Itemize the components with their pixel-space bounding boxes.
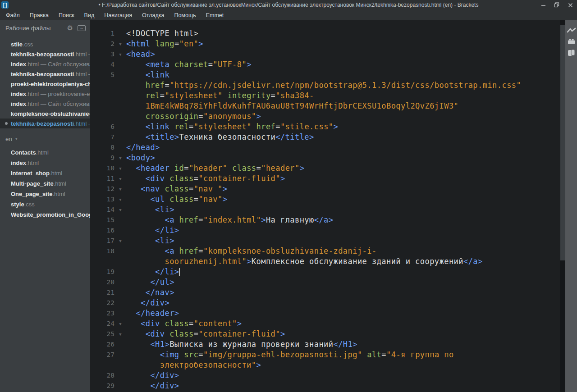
code-line[interactable]: 20 </ul> <box>90 277 560 287</box>
gear-icon[interactable]: ⚙ <box>67 24 73 32</box>
fold-arrow-icon[interactable]: ▼ <box>114 153 126 163</box>
menu-item[interactable]: Emmet <box>201 10 229 20</box>
line-number: 2 <box>90 39 114 49</box>
code-line[interactable]: 23 </header> <box>90 308 560 319</box>
code-line[interactable]: 28 </div> <box>90 370 560 381</box>
code-line[interactable]: crossorigin="anonymous"> <box>90 111 560 122</box>
line-number: 20 <box>90 277 114 287</box>
menu-item[interactable]: Вид <box>79 10 100 20</box>
code-line[interactable]: 13▼ <ul class="nav"> <box>90 194 560 205</box>
fold-arrow-icon[interactable]: ▼ <box>114 173 126 184</box>
code-line[interactable]: 1<!DOCTYPE html> <box>90 28 560 39</box>
code-line[interactable]: 12▼ <nav class="nav "> <box>90 184 560 194</box>
code-line[interactable]: 29 </div> <box>90 381 560 391</box>
scrollbar-thumb[interactable] <box>560 25 565 260</box>
line-number: 8 <box>90 142 114 153</box>
working-file-item[interactable]: proekt-ehlektrootopleniya-cha <box>0 79 90 89</box>
working-file-item[interactable]: tekhnika-bezopasnosti.html – <box>0 119 90 128</box>
project-file-item[interactable]: One_page_site.html <box>0 189 90 199</box>
fold-arrow-icon[interactable]: ▼ <box>114 329 126 339</box>
code-line[interactable]: 4 <meta charset="UTF-8"> <box>90 59 560 70</box>
fold-arrow-icon[interactable]: ▼ <box>114 49 126 59</box>
line-number: 12 <box>90 184 114 194</box>
title-bar: [] • F:/Разработка сайтов/Сайт обслужива… <box>0 0 577 10</box>
working-file-item[interactable]: index.html — Сайт обслуживан <box>0 99 90 109</box>
fold-arrow-icon[interactable]: ▼ <box>114 236 126 246</box>
editor-scrollbar[interactable] <box>560 20 565 392</box>
main-area: Рабочие файлы ⚙ ↔ stile.csstekhnika-bezo… <box>0 20 577 392</box>
line-number: 3 <box>90 49 114 59</box>
pages-icon[interactable] <box>568 49 575 56</box>
project-file-item[interactable]: Internet_shop.html <box>0 168 90 178</box>
code-line[interactable]: 1BmE4kWBq78iYhFldvKuhfTAU6auU8tT94WrHftj… <box>90 101 560 111</box>
code-line[interactable]: 6 <link rel="stylesheet" href="stile.css… <box>90 122 560 132</box>
line-number: 29 <box>90 381 114 391</box>
code-line[interactable]: 25▼ <div class="container-fluid"> <box>90 329 560 339</box>
code-line[interactable]: sooruzhenij.html">Комплексное обслуживан… <box>90 256 560 267</box>
working-file-item[interactable]: tekhnika-bezopasnosti.html – <box>0 49 90 59</box>
menu-item[interactable]: Файл <box>1 10 25 20</box>
line-number: 5 <box>90 70 114 80</box>
code-line[interactable]: 21 </nav> <box>90 287 560 298</box>
code-line[interactable]: 7 <title>Техника безопасности</title> <box>90 132 560 142</box>
code-line[interactable]: электробезопасности"> <box>90 360 560 370</box>
code-line[interactable]: 10▼ <header id="header" class="header"> <box>90 163 560 173</box>
fold-arrow-icon[interactable]: ▼ <box>114 184 126 194</box>
project-file-item[interactable]: index.html <box>0 158 90 168</box>
split-view-icon[interactable]: ↔ <box>78 25 86 31</box>
code-line[interactable]: rel="stylesheet" integrity="sha384- <box>90 91 560 101</box>
fold-arrow-icon[interactable]: ▼ <box>114 205 126 215</box>
code-line[interactable]: 11▼ <div class="container-fluid"> <box>90 173 560 184</box>
code-line[interactable]: 17▼ <li> <box>90 236 560 246</box>
code-line[interactable]: href="https://cdn.jsdelivr.net/npm/boots… <box>90 80 560 91</box>
line-number <box>90 256 114 267</box>
fold-arrow-icon[interactable]: ▼ <box>114 163 126 173</box>
live-preview-icon[interactable] <box>567 27 576 33</box>
line-number: 22 <box>90 298 114 308</box>
project-file-item[interactable]: Multi-page_site.html <box>0 178 90 189</box>
code-line[interactable]: 19 </li> <box>90 267 560 277</box>
working-files-title: Рабочие файлы <box>5 25 51 32</box>
menu-item[interactable]: Навигация <box>99 10 137 20</box>
code-line[interactable]: 9▼<body> <box>90 153 560 163</box>
code-line[interactable]: 14▼ <li> <box>90 205 560 215</box>
working-file-item[interactable]: stile.css <box>0 39 90 49</box>
close-button[interactable] <box>563 0 577 10</box>
minimize-button[interactable] <box>536 0 550 10</box>
menu-item[interactable]: Отладка <box>137 10 169 20</box>
working-file-item[interactable]: index.html — Сайт обслуживани <box>0 59 90 69</box>
code-line[interactable]: 24▼ <div class="content"> <box>90 319 560 329</box>
project-file-item[interactable]: Contacts.html <box>0 147 90 158</box>
working-file-item[interactable]: index.html — proektirovanie-elek <box>0 89 90 99</box>
line-number: 28 <box>90 370 114 381</box>
menu-item[interactable]: Поиск <box>54 10 79 20</box>
working-file-item[interactable]: kompleksnoe-obsluzhivanie-z <box>0 109 90 119</box>
brackets-app-icon[interactable]: [] <box>1 1 9 9</box>
fold-arrow-icon[interactable]: ▼ <box>114 194 126 205</box>
restore-button[interactable] <box>550 0 563 10</box>
code-line[interactable]: 26 <H1>Выписка из журнала проверки знани… <box>90 339 560 350</box>
project-file-item[interactable]: style.css <box>0 199 90 210</box>
code-line[interactable]: 16 </li> <box>90 225 560 236</box>
code-line[interactable]: 2▼<html lang="en"> <box>90 39 560 49</box>
line-number: 27 <box>90 350 114 360</box>
fold-arrow-icon[interactable]: ▼ <box>114 39 126 49</box>
extension-manager-icon[interactable] <box>568 38 575 44</box>
code-line[interactable]: 27 <img src="img/gruppa-ehl-bezopasnosti… <box>90 350 560 360</box>
line-number: 14 <box>90 205 114 215</box>
code-editor[interactable]: 1<!DOCTYPE html>2▼<html lang="en">3▼<hea… <box>90 20 560 392</box>
code-line[interactable]: 5 <link <box>90 70 560 80</box>
code-line[interactable]: 15 <a href="index.html">На главную</a> <box>90 215 560 225</box>
code-line[interactable]: 22 </div> <box>90 298 560 308</box>
menu-item[interactable]: Помощь <box>169 10 201 20</box>
code-line[interactable]: 3▼<head> <box>90 49 560 59</box>
line-number: 15 <box>90 215 114 225</box>
restore-icon <box>554 2 559 8</box>
working-file-item[interactable]: tekhnika-bezopasnosti.html – <box>0 69 90 79</box>
project-file-item[interactable]: Website_promotion_in_Google.h <box>0 210 90 220</box>
fold-arrow-icon[interactable]: ▼ <box>114 319 126 329</box>
menu-item[interactable]: Правка <box>25 10 54 20</box>
project-selector[interactable]: en ▾ <box>0 134 90 144</box>
code-line[interactable]: 18 <a href="kompleksnoe-obsluzhivanie-zd… <box>90 246 560 256</box>
code-line[interactable]: 8</head> <box>90 142 560 153</box>
